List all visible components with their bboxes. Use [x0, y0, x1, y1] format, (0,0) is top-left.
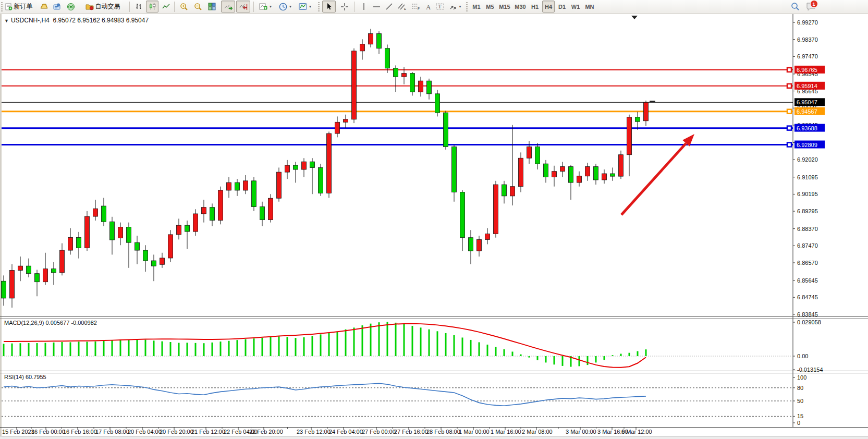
ohlc-values: 6.95072 6.95162 6.94983 6.95047: [53, 17, 149, 24]
trendline-button[interactable]: [383, 1, 395, 13]
cursor-button[interactable]: [322, 1, 336, 13]
auto-scroll-button[interactable]: [221, 1, 235, 13]
candle-body: [185, 225, 190, 231]
candle-body: [202, 208, 206, 214]
price-axis-tick: 6.99270: [797, 19, 818, 26]
candle-body: [227, 182, 231, 190]
time-axis-label: 23 Feb 12:00: [297, 429, 331, 435]
arrows-button[interactable]: ▾: [447, 1, 463, 13]
arrows-icon: [449, 3, 457, 10]
candle-body: [43, 269, 48, 282]
tab-timeframe-m1[interactable]: M1: [470, 1, 483, 13]
candle-body: [277, 172, 282, 198]
toolbar-separator: [129, 2, 130, 12]
chart-shift-button[interactable]: [236, 1, 250, 13]
time-axis-label: 15 Feb 2023: [2, 429, 34, 435]
horizontal-line-button[interactable]: [371, 1, 382, 13]
templates-button[interactable]: ▾: [296, 1, 314, 13]
candle-body: [118, 227, 123, 238]
price-badge-label: 6.92809: [797, 142, 817, 148]
tab-timeframe-w1[interactable]: W1: [569, 1, 582, 13]
candle-body: [535, 147, 540, 164]
price-axis-tick: 6.90195: [797, 191, 818, 197]
text-button[interactable]: A: [423, 1, 433, 13]
price-axis-tick: 6.98370: [797, 36, 818, 43]
price-axis-tick: 6.92020: [797, 156, 818, 163]
candle-body: [60, 250, 65, 273]
tab-timeframe-mn[interactable]: MN: [583, 1, 596, 13]
crosshair-button[interactable]: [338, 1, 351, 13]
candle-body: [285, 165, 290, 172]
candle-body: [444, 113, 448, 147]
candle-body: [294, 165, 298, 169]
tab-timeframe-m30[interactable]: M30: [513, 1, 528, 13]
tab-timeframe-m15[interactable]: M15: [497, 1, 512, 13]
signals-icon: [67, 3, 75, 11]
time-axis-label: 3 Mar 00:00: [566, 429, 596, 435]
bar-chart-icon: [135, 3, 143, 10]
tab-timeframe-d1[interactable]: D1: [556, 1, 568, 13]
price-axis-tick: 6.83845: [797, 311, 818, 318]
navigator-button[interactable]: [51, 1, 64, 13]
zoom-out-icon: [194, 3, 202, 11]
tile-windows-icon: [208, 3, 216, 10]
candle-body: [10, 271, 15, 298]
bar-chart-button[interactable]: [132, 1, 145, 13]
candlestick-chart-button[interactable]: [146, 1, 158, 13]
rsi-axis-tick: 80: [797, 385, 803, 391]
candle-body: [152, 261, 156, 266]
candle-body: [302, 162, 307, 169]
candle-body: [377, 33, 382, 48]
horizontal-line-icon: [373, 4, 381, 10]
candle-body: [435, 94, 440, 113]
time-axis-label: 28 Feb 08:00: [426, 429, 460, 435]
autotrading-button[interactable]: 自动交易: [79, 1, 126, 13]
price-axis-tick: 6.84745: [797, 294, 818, 300]
collapse-caret-icon[interactable]: ▼: [4, 18, 9, 23]
price-axis-tick: 6.88370: [797, 226, 818, 232]
chevron-down-icon: ▾: [270, 4, 272, 9]
candle-body: [210, 208, 215, 221]
candle-body: [394, 68, 398, 77]
periods-button[interactable]: ▾: [276, 1, 294, 13]
channel-button[interactable]: E: [396, 1, 408, 13]
price-badge-label: 6.96765: [797, 67, 817, 73]
autotrading-label: 自动交易: [95, 2, 120, 11]
zoom-in-button[interactable]: [177, 1, 190, 13]
tab-timeframe-m5[interactable]: M5: [484, 1, 496, 13]
candle-body: [177, 225, 181, 235]
vertical-line-icon: [361, 3, 367, 10]
time-axis-label: 16 Feb 16:00: [63, 429, 97, 435]
market-watch-button[interactable]: [38, 1, 50, 13]
price-axis-tick: 6.91095: [797, 174, 818, 180]
indicators-button[interactable]: ▾: [256, 1, 274, 13]
candle-body: [369, 33, 373, 44]
time-axis-label: 20 Feb 20:00: [160, 429, 193, 435]
chart-canvas[interactable]: 6.992706.983706.974706.965456.956456.947…: [0, 0, 868, 439]
tab-timeframe-h4[interactable]: H4: [542, 1, 555, 13]
time-axis-label: 6 Mar 12:00: [621, 429, 652, 435]
candle-body: [168, 235, 173, 258]
candle-body: [519, 158, 523, 186]
mt4-terminal-window: { "toolbar": { "new_order_label": "新订单",…: [0, 0, 868, 439]
chat-button[interactable]: 1: [803, 1, 818, 13]
svg-text:T: T: [438, 4, 442, 9]
vertical-line-button[interactable]: [358, 1, 370, 13]
signals-button[interactable]: [65, 1, 77, 13]
candle-body: [85, 216, 90, 248]
price-axis-tick: 6.86570: [797, 260, 818, 266]
new-order-button[interactable]: 新订单: [3, 1, 35, 13]
candle-body: [235, 182, 240, 190]
line-chart-button[interactable]: [160, 1, 172, 13]
search-button[interactable]: [788, 1, 802, 13]
tile-windows-button[interactable]: [205, 1, 218, 13]
candle-body: [452, 147, 457, 192]
text-icon: A: [425, 3, 432, 10]
fibonacci-button[interactable]: F: [409, 1, 422, 13]
text-label-button[interactable]: T: [434, 1, 446, 13]
tab-timeframe-h1[interactable]: H1: [529, 1, 541, 13]
zoom-out-button[interactable]: [191, 1, 204, 13]
periods-icon: [279, 3, 287, 11]
price-badge-label: 6.93688: [797, 125, 817, 131]
forming-candle-tick: [650, 101, 655, 102]
